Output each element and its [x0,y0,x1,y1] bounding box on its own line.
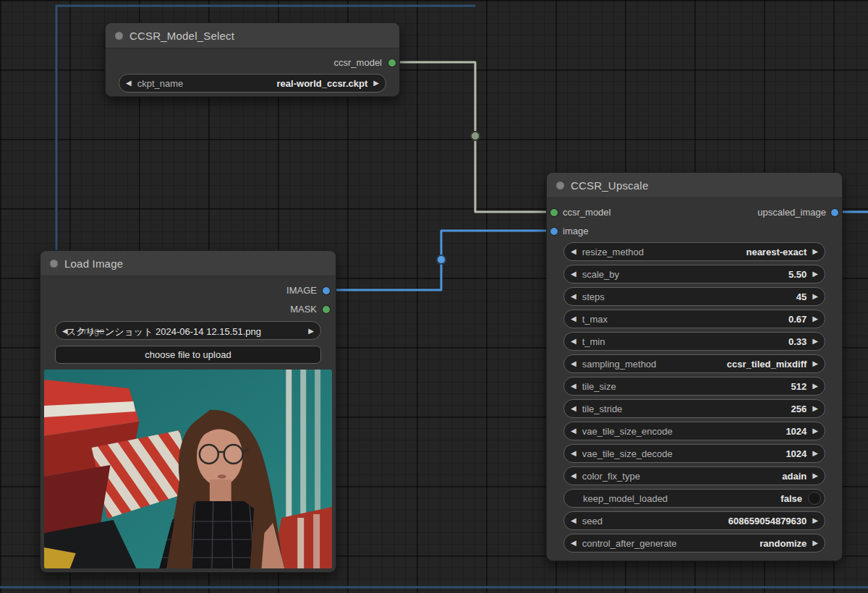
arrow-left-icon[interactable]: ◀ [571,383,576,390]
widget-label: resize_method [582,247,644,257]
widget-label: ckpt_name [137,78,184,89]
input-label-image: image [563,226,588,236]
arrow-right-icon[interactable]: ▶ [373,80,379,87]
widget-label: sampling_method [582,359,657,370]
node-title: CCSR_Model_Select [129,30,234,42]
widget-control-after-generate[interactable]: ◀ control_after_generate randomize ▶ [563,534,825,553]
widget-color-fix-type[interactable]: ◀ color_fix_type adain ▶ [563,466,825,485]
reroute-dot-model-link[interactable] [471,132,480,140]
arrow-left-icon[interactable]: ◀ [571,517,576,524]
collapse-dot-icon[interactable] [50,260,58,268]
arrow-left-icon[interactable]: ◀ [571,360,576,367]
arrow-left-icon[interactable]: ◀ [571,539,576,547]
input-slot-image[interactable] [550,228,558,235]
widget-value: nearest-exact [746,247,807,257]
node-title-bar[interactable]: CCSR_Model_Select [106,23,399,48]
arrow-right-icon[interactable]: ▶ [812,338,818,345]
widget-seed[interactable]: ◀ seed 608659054879630 ▶ [563,511,825,530]
output-label-upscaled-image: upscaled_image [757,207,826,218]
widget-value: 0.67 [788,314,807,325]
widget-stack: ◀ resize_method nearest-exact ▶ ◀ scale_… [563,242,825,553]
output-slot-upscaled-image[interactable] [831,209,838,216]
widget-label: control_after_generate [582,538,677,549]
widget-tile-stride[interactable]: ◀ tile_stride 256 ▶ [563,399,825,418]
node-ccsr-upscale[interactable]: CCSR_Upscale ccsr_model upscaled_image i… [546,172,843,561]
widget-value: 0.33 [788,336,807,347]
output-label-ccsr-model: ccsr_model [334,57,382,68]
arrow-right-icon[interactable]: ▶ [812,517,818,524]
widget-label: keep_model_loaded [583,493,668,504]
widget-value: 608659054879630 [728,516,807,526]
arrow-right-icon[interactable]: ▶ [812,472,818,479]
widget-value: スクリーンショット 2024-06-14 12.15.51.png [67,325,302,338]
arrow-left-icon[interactable]: ◀ [571,315,576,323]
collapse-dot-icon[interactable] [115,32,123,40]
node-title-bar[interactable]: CCSR_Upscale [547,173,842,198]
widget-t-min[interactable]: ◀ t_min 0.33 ▶ [563,332,825,351]
widget-image-filename[interactable]: ◀ image スクリーンショット 2024-06-14 12.15.51.pn… [55,321,321,340]
arrow-left-icon[interactable]: ◀ [571,293,576,300]
output-label-mask: MASK [290,304,317,315]
arrow-right-icon[interactable]: ▶ [812,427,818,435]
widget-label: steps [582,291,605,302]
widget-tile-size[interactable]: ◀ tile_size 512 ▶ [563,377,825,396]
arrow-right-icon[interactable]: ▶ [812,450,818,457]
widget-label: t_min [582,336,605,347]
widget-resize-method[interactable]: ◀ resize_method nearest-exact ▶ [563,242,825,261]
arrow-right-icon[interactable]: ▶ [812,383,818,390]
widget-t-max[interactable]: ◀ t_max 0.67 ▶ [563,310,825,328]
output-slot-ccsr-model[interactable] [388,59,396,67]
arrow-right-icon[interactable]: ▶ [308,328,314,335]
widget-sampling-method[interactable]: ◀ sampling_method ccsr_tiled_mixdiff ▶ [563,354,825,373]
widget-value: false [780,493,802,504]
output-slot-image[interactable] [323,287,330,294]
widget-label: color_fix_type [582,471,640,482]
arrow-left-icon[interactable]: ◀ [571,248,576,255]
widget-value: 5.50 [788,269,807,280]
toggle-knob-icon[interactable] [808,492,821,505]
arrow-right-icon[interactable]: ▶ [812,539,818,547]
output-slot-mask[interactable] [323,306,330,313]
choose-file-button[interactable]: choose file to upload [55,346,321,364]
widget-label: vae_tile_size_decode [582,448,673,459]
input-label-ccsr-model: ccsr_model [563,207,610,218]
widget-scale-by[interactable]: ◀ scale_by 5.50 ▶ [563,265,825,283]
arrow-left-icon[interactable]: ◀ [571,450,576,457]
graph-canvas[interactable]: CCSR_Model_Select ccsr_model ◀ ckpt_name… [0,0,868,593]
widget-value: adain [782,471,807,482]
arrow-right-icon[interactable]: ▶ [812,293,818,300]
arrow-left-icon[interactable]: ◀ [571,270,576,278]
collapse-dot-icon[interactable] [556,182,564,189]
arrow-right-icon[interactable]: ▶ [812,315,818,323]
widget-vae-tile-size-encode[interactable]: ◀ vae_tile_size_encode 1024 ▶ [563,422,825,440]
widget-value: randomize [760,538,807,549]
widget-value: 45 [796,291,807,302]
arrow-left-icon[interactable]: ◀ [571,427,576,435]
arrow-right-icon[interactable]: ▶ [812,405,818,412]
arrow-left-icon[interactable]: ◀ [571,472,576,479]
input-slot-ccsr-model[interactable] [550,209,558,216]
widget-label: seed [582,516,603,526]
node-title: CCSR_Upscale [571,179,648,192]
output-label-image: IMAGE [286,285,317,296]
widget-keep-model-loaded[interactable]: keep_model_loaded false [563,489,825,508]
widget-vae-tile-size-decode[interactable]: ◀ vae_tile_size_decode 1024 ▶ [563,444,825,463]
arrow-left-icon[interactable]: ◀ [571,338,576,345]
widget-steps[interactable]: ◀ steps 45 ▶ [563,287,825,306]
arrow-left-icon[interactable]: ◀ [571,405,576,412]
node-title-bar[interactable]: Load Image [41,251,336,276]
widget-label: tile_size [582,381,616,392]
widget-ckpt-name[interactable]: ◀ ckpt_name real-world_ccsr.ckpt ▶ [119,74,386,93]
arrow-right-icon[interactable]: ▶ [812,248,818,255]
arrow-right-icon[interactable]: ▶ [812,360,818,367]
node-ccsr-model-select[interactable]: CCSR_Model_Select ccsr_model ◀ ckpt_name… [105,22,400,97]
arrow-left-icon[interactable]: ◀ [126,80,132,87]
widget-value: real-world_ccsr.ckpt [277,78,368,89]
reroute-dot-image-link[interactable] [437,255,446,264]
widget-label: vae_tile_size_encode [582,426,673,437]
node-load-image[interactable]: Load Image IMAGE MASK ◀ image スクリーンショット … [40,250,336,573]
widget-value: 1024 [786,426,807,437]
widget-value: ccsr_tiled_mixdiff [727,359,807,370]
arrow-right-icon[interactable]: ▶ [812,270,818,278]
widget-label: scale_by [582,269,619,280]
